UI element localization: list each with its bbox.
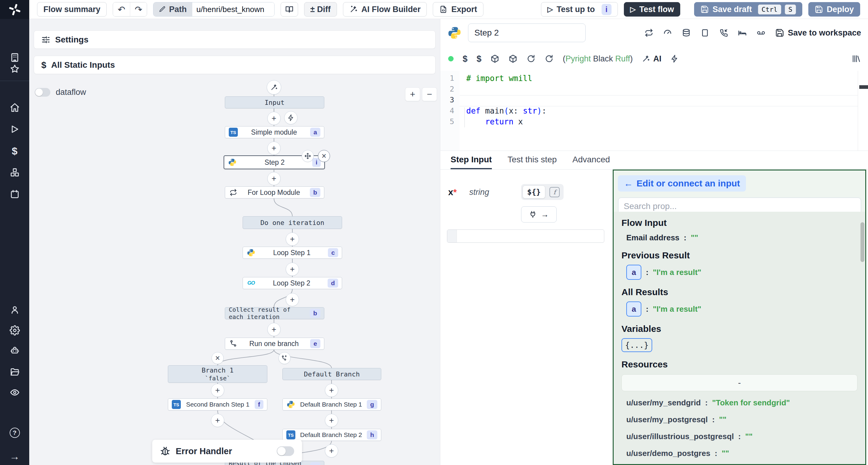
add-step-button[interactable]: + xyxy=(286,232,299,246)
save-draft-button[interactable]: Save draft Ctrl S xyxy=(694,2,802,16)
flow-node-input[interactable]: Input xyxy=(225,96,324,108)
resource-row[interactable]: u/user/my_postgresql : "" xyxy=(621,414,858,425)
remove-branch-button[interactable]: × xyxy=(212,352,224,364)
prop-row[interactable]: a : "I'm a result" xyxy=(621,301,858,317)
flow-summary-button[interactable]: Flow summary xyxy=(37,2,107,16)
tab-advanced[interactable]: Advanced xyxy=(572,151,610,169)
add-step-button[interactable]: + xyxy=(267,141,281,155)
step-name-input[interactable] xyxy=(468,24,586,42)
function-mode-button[interactable]: f xyxy=(550,187,560,197)
argument-value-editor[interactable] xyxy=(447,230,604,243)
resource-row[interactable]: u/user/illustrious_postgresql : "" xyxy=(621,431,858,442)
save-to-workspace-button[interactable]: Save to workspace xyxy=(775,28,861,38)
flow-node-branch1[interactable]: Branch 1 `false` xyxy=(168,365,267,383)
undo-button[interactable]: ↶ xyxy=(113,2,130,16)
flow-node-default-branch[interactable]: Default Branch xyxy=(282,368,381,380)
test-flow-button[interactable]: ▷ Test flow xyxy=(624,2,680,16)
path-input[interactable] xyxy=(192,2,274,16)
add-step-button[interactable]: + xyxy=(286,263,299,276)
flow-node-second-branch-step1[interactable]: TS Second Branch Step 1 f xyxy=(168,398,267,410)
add-step-button[interactable]: + xyxy=(325,414,338,427)
delete-step-button[interactable]: × xyxy=(318,150,330,162)
add-step-button[interactable]: + xyxy=(325,444,338,458)
add-step-button[interactable]: + xyxy=(267,323,281,336)
docs-book-button[interactable] xyxy=(281,2,298,16)
diff-button[interactable]: ± Diff xyxy=(304,2,337,16)
windmill-logo[interactable] xyxy=(0,0,29,19)
flow-node-collect-result[interactable]: Collect result of each iteration b xyxy=(225,307,324,319)
add-step-button[interactable]: + xyxy=(325,384,338,397)
mock-square-icon[interactable] xyxy=(701,28,710,37)
schedules-calendar-icon[interactable] xyxy=(0,189,29,199)
folders-icon[interactable] xyxy=(0,367,29,377)
settings-gear-icon[interactable] xyxy=(0,325,29,335)
add-branch-button[interactable] xyxy=(278,352,290,364)
cache-database-icon[interactable] xyxy=(682,28,691,37)
reload-icon[interactable] xyxy=(527,54,535,63)
ai-flow-builder-button[interactable]: AI Flow Builder xyxy=(343,2,427,16)
add-step-button[interactable]: + xyxy=(211,384,224,397)
expand-sidebar-arrow-icon[interactable]: → xyxy=(0,451,29,462)
flow-node-default-branch-step1[interactable]: Default Branch Step 1 g xyxy=(282,398,381,410)
suspend-phone-icon[interactable] xyxy=(719,28,728,37)
variable-picker-icon[interactable]: $ xyxy=(463,54,467,64)
result-key-badge[interactable]: a xyxy=(626,301,641,317)
add-step-button[interactable]: + xyxy=(267,172,281,185)
bolt-icon[interactable] xyxy=(670,55,679,63)
help-icon[interactable]: ? xyxy=(0,428,29,438)
flow-node-default-branch-step2[interactable]: TS Default Branch Step 2 h xyxy=(282,429,381,441)
resources-cubes-icon[interactable] xyxy=(0,167,29,178)
add-step-button[interactable]: + xyxy=(211,414,224,427)
test-up-to-button[interactable]: ▷ Test up to i xyxy=(541,2,618,16)
minimap-slider[interactable] xyxy=(859,85,868,89)
tab-test-this-step[interactable]: Test this step xyxy=(507,151,557,169)
connect-panel-scrollbar[interactable] xyxy=(861,222,864,262)
variables-expand-badge[interactable]: {...} xyxy=(621,338,652,352)
redo-button[interactable]: ↷ xyxy=(130,2,147,16)
user-icon[interactable] xyxy=(0,305,29,315)
runs-play-icon[interactable] xyxy=(0,124,29,134)
sleep-bed-icon[interactable] xyxy=(738,28,747,37)
expression-mode-button[interactable]: ${} xyxy=(523,186,545,198)
flow-node-loop-step1[interactable]: Loop Step 1 c xyxy=(243,247,342,259)
voicemail-icon[interactable] xyxy=(756,28,766,37)
tab-step-input[interactable]: Step Input xyxy=(451,151,492,169)
export-button[interactable]: Export xyxy=(433,2,484,16)
error-handler-toggle[interactable] xyxy=(277,446,294,456)
move-step-handle[interactable] xyxy=(302,150,314,162)
add-step-button[interactable]: + xyxy=(267,112,281,125)
flow-node-do-one-iteration[interactable]: Do one iteration xyxy=(243,216,342,229)
add-trigger-button[interactable] xyxy=(284,111,298,124)
code-editor[interactable]: 1 2 3 4 5 # import wmill def main(x: str… xyxy=(440,71,868,151)
retry-repeat-icon[interactable] xyxy=(644,28,653,37)
favorites-star-icon[interactable] xyxy=(0,64,29,74)
ai-wand-trigger-button[interactable] xyxy=(267,80,281,95)
connect-input-button[interactable]: → xyxy=(521,206,557,223)
prop-row[interactable]: a : "I'm a result" xyxy=(621,265,858,280)
resource-row[interactable]: u/user/my_sendgrid : "Token for sendgrid… xyxy=(621,397,858,408)
argument-type: string xyxy=(469,188,489,197)
flow-node-for-loop[interactable]: For Loop Module b xyxy=(225,187,324,198)
edit-or-connect-back-button[interactable]: ←Edit or connect an input xyxy=(618,175,746,192)
variables-dollar-icon[interactable]: $ xyxy=(0,145,29,157)
deploy-button[interactable]: Deploy xyxy=(808,2,860,16)
reload-icon[interactable] xyxy=(545,54,554,63)
library-panel-icon[interactable] xyxy=(851,54,861,63)
home-icon[interactable] xyxy=(0,102,29,113)
path-chip[interactable]: Path xyxy=(153,2,192,16)
ai-assistant-button[interactable]: AI xyxy=(642,54,661,64)
flow-node-run-one-branch[interactable]: Run one branch e xyxy=(225,338,324,350)
package-icon[interactable] xyxy=(490,54,499,63)
prop-row[interactable]: Email address : "" xyxy=(621,232,858,243)
workspace-icon[interactable] xyxy=(0,53,29,63)
add-step-button[interactable]: + xyxy=(286,293,299,306)
early-stop-gauge-icon[interactable] xyxy=(663,28,672,37)
package-icon[interactable] xyxy=(508,54,518,63)
audit-eye-icon[interactable] xyxy=(0,387,29,398)
result-key-badge[interactable]: a xyxy=(626,265,641,280)
resource-row[interactable]: u/user/demo_postgres "": "" xyxy=(621,448,858,459)
resource-picker-icon[interactable]: $ xyxy=(476,54,481,64)
flow-node-loop-step2[interactable]: GO Loop Step 2 d xyxy=(243,277,342,289)
flow-node-simple-module[interactable]: TS Simple module a xyxy=(225,126,324,138)
workers-robot-icon[interactable] xyxy=(0,346,29,356)
